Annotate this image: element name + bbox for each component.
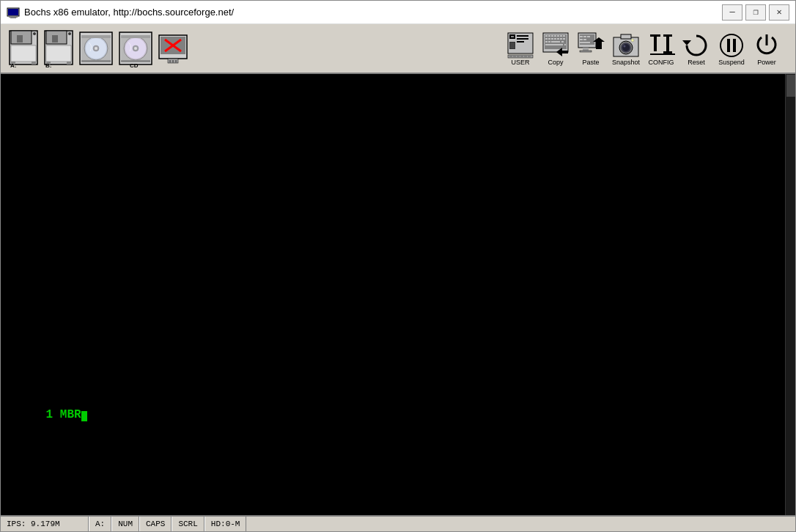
svg-rect-70 xyxy=(548,38,550,40)
toolbar-right: USER xyxy=(504,24,784,74)
svg-rect-81 xyxy=(564,44,566,45)
copy-button[interactable]: Copy xyxy=(539,30,572,68)
terminal-output: 1 MBR xyxy=(4,395,87,435)
svg-rect-47 xyxy=(511,36,514,37)
svg-rect-56 xyxy=(517,56,520,57)
svg-rect-54 xyxy=(509,56,512,57)
svg-rect-92 xyxy=(583,48,589,51)
close-button[interactable]: ✕ xyxy=(769,4,789,21)
svg-rect-14 xyxy=(46,45,71,62)
svg-rect-2 xyxy=(9,16,18,18)
svg-rect-27 xyxy=(81,35,111,38)
svg-point-100 xyxy=(631,39,634,42)
app-icon xyxy=(7,6,20,19)
minimize-button[interactable]: — xyxy=(722,4,742,21)
svg-rect-67 xyxy=(560,35,562,37)
ips-segment: IPS: 9.179M xyxy=(1,517,89,531)
svg-rect-43 xyxy=(172,60,174,63)
svg-rect-50 xyxy=(517,41,524,43)
reset-button[interactable]: Reset xyxy=(679,30,713,68)
svg-rect-52 xyxy=(510,43,515,48)
scrollbar[interactable] xyxy=(785,74,795,515)
drive-a-button[interactable]: A: xyxy=(7,28,40,69)
user-button[interactable]: USER xyxy=(504,30,537,68)
copy-label: Copy xyxy=(548,59,563,67)
svg-rect-91 xyxy=(580,42,590,43)
svg-rect-95 xyxy=(621,34,631,39)
svg-rect-88 xyxy=(587,36,590,37)
snapshot-button[interactable]: Snapshot xyxy=(609,30,643,68)
hd-status: HD:0-M xyxy=(211,520,240,528)
svg-point-98 xyxy=(622,44,630,51)
network-button[interactable] xyxy=(156,28,190,69)
drive-section: A: B: xyxy=(7,28,190,69)
svg-rect-107 xyxy=(650,53,675,55)
paste-label: Paste xyxy=(582,59,599,67)
svg-rect-55 xyxy=(513,56,516,57)
svg-rect-102 xyxy=(650,34,660,37)
svg-rect-65 xyxy=(554,35,556,37)
caps-segment: CAPS xyxy=(139,517,172,531)
svg-rect-62 xyxy=(545,35,548,37)
svg-rect-105 xyxy=(666,37,669,51)
svg-rect-35 xyxy=(121,35,150,38)
suspend-label: Suspend xyxy=(718,59,745,67)
cdrom2-button[interactable]: CD xyxy=(117,28,155,69)
ips-value: IPS: 9.179M xyxy=(7,520,60,528)
svg-point-10 xyxy=(33,32,36,35)
app-window: Bochs x86 emulator, http://bochs.sourcef… xyxy=(0,0,796,532)
svg-rect-71 xyxy=(551,38,553,40)
svg-rect-72 xyxy=(554,38,556,40)
svg-rect-104 xyxy=(663,34,672,37)
svg-marker-108 xyxy=(682,40,691,45)
svg-rect-110 xyxy=(727,39,730,52)
window-controls: — ❐ ✕ xyxy=(722,4,789,21)
svg-rect-49 xyxy=(517,38,528,40)
svg-rect-1 xyxy=(8,9,18,15)
svg-text:B:: B: xyxy=(45,62,51,67)
svg-rect-77 xyxy=(548,41,550,43)
svg-text:CD: CD xyxy=(130,62,139,67)
svg-rect-58 xyxy=(524,56,527,57)
svg-point-18 xyxy=(68,32,71,35)
svg-rect-17 xyxy=(67,62,71,64)
screen-area[interactable]: 1 MBR xyxy=(1,74,795,515)
svg-rect-68 xyxy=(563,35,565,37)
suspend-button[interactable]: Suspend xyxy=(715,30,748,68)
svg-rect-42 xyxy=(169,60,171,63)
restore-button[interactable]: ❐ xyxy=(745,4,766,21)
svg-rect-106 xyxy=(663,51,672,53)
svg-rect-26 xyxy=(81,60,111,62)
paste-button[interactable]: Paste xyxy=(574,30,608,68)
svg-rect-93 xyxy=(580,51,592,52)
scrollbar-thumb[interactable] xyxy=(786,75,795,97)
svg-text:A:: A: xyxy=(10,62,16,67)
drive-a-segment: A: xyxy=(89,517,111,531)
svg-rect-89 xyxy=(580,39,583,40)
config-button[interactable]: CONFIG xyxy=(644,30,678,68)
svg-rect-69 xyxy=(545,38,548,40)
scrl-status: SCRL xyxy=(178,520,197,528)
svg-rect-76 xyxy=(545,41,548,43)
drive-b-button[interactable]: B: xyxy=(42,28,75,69)
svg-rect-64 xyxy=(551,35,553,37)
power-button[interactable]: Power xyxy=(750,30,784,68)
config-label: CONFIG xyxy=(649,59,674,67)
status-bar: IPS: 9.179M A: NUM CAPS SCRL HD:0-M xyxy=(1,515,795,531)
svg-point-109 xyxy=(721,34,742,56)
snapshot-label: Snapshot xyxy=(612,59,640,67)
svg-point-25 xyxy=(95,47,97,50)
svg-point-33 xyxy=(134,47,137,50)
reset-label: Reset xyxy=(688,59,705,67)
cdrom-button[interactable] xyxy=(77,28,115,69)
svg-rect-57 xyxy=(520,56,523,57)
svg-rect-103 xyxy=(654,37,657,51)
svg-rect-66 xyxy=(557,35,559,37)
svg-rect-90 xyxy=(583,39,586,40)
svg-rect-48 xyxy=(517,35,528,37)
scrl-segment: SCRL xyxy=(172,517,204,531)
svg-rect-79 xyxy=(561,41,564,43)
window-title: Bochs x86 emulator, http://bochs.sourcef… xyxy=(24,7,722,18)
drive-a-status: A: xyxy=(95,520,105,528)
svg-rect-6 xyxy=(11,45,36,62)
